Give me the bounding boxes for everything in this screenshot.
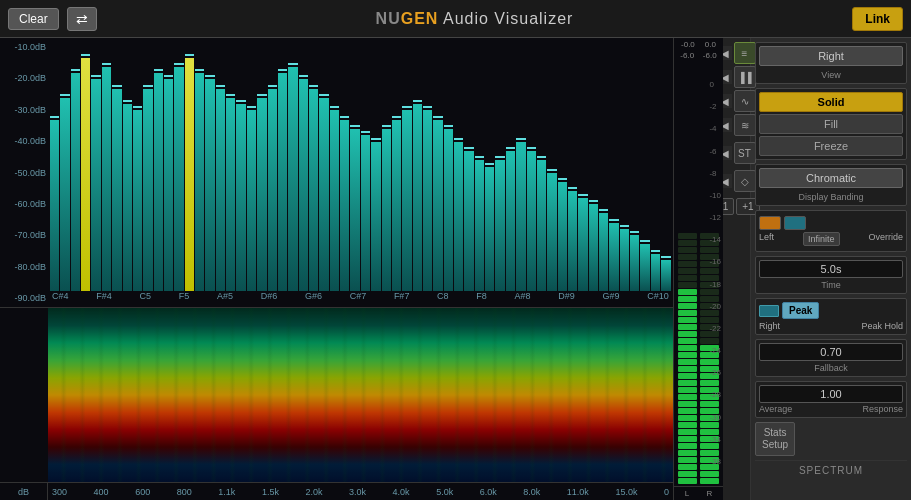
title-gen: GEN (401, 10, 439, 27)
freq-6k: 6.0k (480, 487, 497, 497)
bar-15 (205, 42, 214, 291)
loop-button[interactable]: ⇄ (67, 7, 97, 31)
bar-3 (81, 42, 90, 291)
time-input[interactable] (759, 260, 903, 278)
fallback-input[interactable] (759, 343, 903, 361)
stats-row: StatsSetup (755, 422, 907, 456)
peak-row: Peak (759, 302, 903, 319)
spectrum-analyzer[interactable]: -10.0dB -20.0dB -30.0dB -40.0dB -50.0dB … (0, 38, 673, 308)
bar-14 (195, 42, 204, 291)
bar-16 (216, 42, 225, 291)
bar-30 (361, 42, 370, 291)
bar-48 (547, 42, 556, 291)
bar-59 (661, 42, 670, 291)
freq-3k: 3.0k (349, 487, 366, 497)
clear-button[interactable]: Clear (8, 8, 59, 30)
vu-meter: -0.0 0.0 -6.0 -6.0 0 -2 -4 -6 -8 (673, 38, 723, 500)
db-label-4: -50.0dB (2, 168, 46, 178)
bar-44 (506, 42, 515, 291)
db-label-6: -70.0dB (2, 230, 46, 240)
note-f4: F#4 (96, 291, 112, 307)
note-a5: A#5 (217, 291, 233, 307)
freq-600: 600 (135, 487, 150, 497)
response-input[interactable] (759, 385, 903, 403)
response-section: Average Response (755, 381, 907, 418)
strip-row-1: ◀ ≡ (718, 42, 756, 64)
chromatic-button[interactable]: Chromatic (759, 168, 903, 188)
link-button[interactable]: Link (852, 7, 903, 31)
vu-label-r-bottom: R (707, 489, 713, 498)
main-area: -10.0dB -20.0dB -30.0dB -40.0dB -50.0dB … (0, 38, 911, 500)
peak-swatch-teal (759, 305, 779, 317)
peak-section: Peak Right Peak Hold (755, 298, 907, 335)
channel-section: Right View (755, 42, 907, 84)
stats-button[interactable]: StatsSetup (755, 422, 795, 456)
note-f8: F8 (476, 291, 487, 307)
bar-9 (143, 42, 152, 291)
bottom-axis: dB 300 400 600 800 1.1k 1.5k 2.0k 3.0k 4… (0, 482, 673, 500)
note-c4: C#4 (52, 291, 69, 307)
swatch-teal (784, 216, 806, 230)
bar-41 (475, 42, 484, 291)
bar-43 (495, 42, 504, 291)
fill-button[interactable]: Fill (759, 114, 903, 134)
right-channel-button[interactable]: Right (759, 46, 903, 66)
strip-row-4: ◀ ≋ (718, 114, 756, 136)
bar-13 (185, 42, 194, 291)
freq-8k: 8.0k (523, 487, 540, 497)
left-label: Left (759, 232, 774, 246)
peak-button[interactable]: Peak (782, 302, 819, 319)
strip-row-3: ◀ ∿ (718, 90, 756, 112)
vu-bottom-labels: L R (674, 486, 723, 500)
title-nu: NU (376, 10, 401, 27)
bar-18 (236, 42, 245, 291)
bar-20 (257, 42, 266, 291)
vu-label-r-top: 0.0 (705, 40, 716, 49)
solid-button[interactable]: Solid (759, 92, 903, 112)
bar-1 (60, 42, 69, 291)
bar-22 (278, 42, 287, 291)
axis-freq-labels: 300 400 600 800 1.1k 1.5k 2.0k 3.0k 4.0k… (48, 483, 673, 500)
bar-45 (516, 42, 525, 291)
bar-31 (371, 42, 380, 291)
bar-37 (433, 42, 442, 291)
vu-left-channel (678, 62, 697, 484)
vu-db-scale: 0 -2 -4 -6 -8 -10 -12 -14 -16 -18 -20 -2… (709, 80, 721, 466)
bar-10 (154, 42, 163, 291)
vu-top-labels: -0.0 0.0 (674, 38, 723, 51)
spectrum-title: SPECTRUM (755, 460, 907, 480)
vu-label-l-bottom: L (685, 489, 689, 498)
freeze-button[interactable]: Freeze (759, 136, 903, 156)
bar-36 (423, 42, 432, 291)
db-label-1: -20.0dB (2, 73, 46, 83)
spectrogram[interactable]: dB 300 400 600 800 1.1k 1.5k 2.0k 3.0k 4… (0, 308, 673, 500)
note-a8: A#8 (515, 291, 531, 307)
axis-db-label: dB (0, 483, 48, 500)
bar-52 (589, 42, 598, 291)
fallback-label: Fallback (759, 363, 903, 373)
bar-55 (620, 42, 629, 291)
bar-29 (350, 42, 359, 291)
infinite-button[interactable]: Infinite (803, 232, 840, 246)
db-label-3: -40.0dB (2, 136, 46, 146)
bar-54 (609, 42, 618, 291)
freq-15k: 15.0k (615, 487, 637, 497)
bar-6 (112, 42, 121, 291)
bar-38 (444, 42, 453, 291)
bar-40 (464, 42, 473, 291)
bar-27 (330, 42, 339, 291)
bar-26 (319, 42, 328, 291)
bar-4 (91, 42, 100, 291)
chromatic-section: Chromatic Display Banding (755, 164, 907, 206)
bar-28 (340, 42, 349, 291)
bar-58 (651, 42, 660, 291)
vu-label-l2: -6.0 (680, 51, 694, 60)
app-title: NUGEN Audio Visualizer (105, 10, 845, 28)
freq-1k5: 1.5k (262, 487, 279, 497)
bar-12 (174, 42, 183, 291)
time-label: Time (759, 280, 903, 290)
note-d6: D#6 (261, 291, 278, 307)
bar-53 (599, 42, 608, 291)
freq-1k1: 1.1k (218, 487, 235, 497)
bar-19 (247, 42, 256, 291)
